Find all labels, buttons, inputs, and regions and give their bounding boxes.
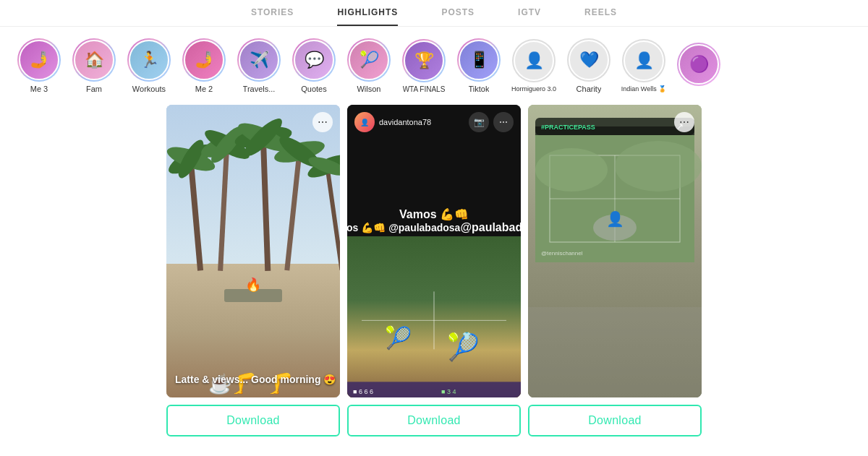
- svg-text:👤: 👤: [606, 210, 624, 228]
- highlight-workouts-label: Workouts: [132, 85, 166, 93]
- post3-menu-icon[interactable]: ⋯: [674, 112, 694, 132]
- svg-text:■ 6  6  6: ■ 6 6 6: [353, 389, 373, 396]
- post3-download-button[interactable]: Download: [528, 405, 702, 436]
- svg-text:🔥: 🔥: [245, 277, 262, 293]
- nav-tabs: STORIES HIGHLIGHTS POSTS IGTV REELS: [0, 0, 868, 27]
- highlight-indian-wells[interactable]: 👤 Indian Wells 🏅: [619, 39, 668, 93]
- highlight-charity[interactable]: 💙 Charity: [564, 38, 613, 93]
- highlight-wta-label: WTA FINALS: [403, 85, 446, 93]
- post2-username: davidantona78: [379, 118, 431, 126]
- highlight-charity-label: Charity: [576, 85, 602, 93]
- highlight-more[interactable]: 🟣: [674, 43, 723, 89]
- tab-highlights[interactable]: HIGHLIGHTS: [337, 7, 398, 26]
- highlight-me2-label: Me 2: [195, 85, 213, 93]
- post-image-1: 🔥 🦵 🦵 ☕ Latte & views... Good morning 😍 …: [166, 105, 340, 397]
- post2-download-button[interactable]: Download: [347, 405, 521, 436]
- highlight-fam[interactable]: 🏠 Fam: [69, 38, 119, 93]
- tab-posts[interactable]: POSTS: [441, 7, 475, 26]
- highlights-row: 🤳 Me 3 🏠 Fam 🏃 Workouts 🤳 Me 2 ✈️ Travel…: [0, 27, 868, 105]
- post2-text: Vamos 💪👊Vamos 💪👊 @paulabadosa@paulabados…: [347, 207, 521, 234]
- highlight-me3[interactable]: 🤳 Me 3: [14, 38, 64, 93]
- highlight-wta[interactable]: 🏆 WTA FINALS: [399, 39, 448, 93]
- highlight-travels-label: Travels...: [243, 85, 276, 93]
- highlight-me3-label: Me 3: [30, 85, 48, 93]
- highlight-quotes-label: Quotes: [301, 85, 326, 93]
- svg-text:👕: 👕: [462, 332, 472, 341]
- post-card-2: 📷 ⋯ 👤 davidantona78 Vamos 💪👊Vamos 💪👊 @pa…: [347, 105, 521, 436]
- highlight-hormiguero[interactable]: 👤 Hormiguero 3.0: [509, 39, 558, 93]
- svg-text:🎾: 🎾: [385, 326, 412, 352]
- post-image-2: 📷 ⋯ 👤 davidantona78 Vamos 💪👊Vamos 💪👊 @pa…: [347, 105, 521, 397]
- post-card-1: 🔥 🦵 🦵 ☕ Latte & views... Good morning 😍 …: [166, 105, 340, 436]
- content-area: 🔥 🦵 🦵 ☕ Latte & views... Good morning 😍 …: [0, 105, 868, 451]
- post1-caption: Latte & views... Good morning 😍: [175, 373, 336, 386]
- svg-rect-49: [528, 307, 702, 397]
- highlight-travels[interactable]: ✈️ Travels...: [234, 38, 284, 93]
- highlight-tiktok-label: Tiktok: [469, 85, 490, 93]
- tab-stories[interactable]: STORIES: [251, 7, 294, 26]
- highlight-wilson-label: Wilson: [357, 85, 380, 93]
- post1-menu-icon[interactable]: ⋯: [312, 112, 333, 132]
- highlight-hormiguero-label: Hormiguero 3.0: [511, 85, 556, 93]
- post-card-3: #PRACTICEPASS ↗ 👤 @tennischannel: [528, 105, 702, 436]
- video-icon[interactable]: 📷: [469, 112, 489, 132]
- svg-text:@tennischannel: @tennischannel: [541, 250, 583, 257]
- highlight-tiktok[interactable]: 📱 Tiktok: [454, 38, 503, 93]
- share-icon[interactable]: ⋯: [493, 112, 514, 132]
- post1-download-button[interactable]: Download: [166, 405, 340, 436]
- highlight-indian-wells-label: Indian Wells 🏅: [621, 85, 666, 93]
- svg-point-44: [535, 148, 608, 192]
- svg-text:#PRACTICEPASS: #PRACTICEPASS: [541, 124, 595, 131]
- post2-avatar: 👤: [354, 112, 375, 132]
- tab-igtv[interactable]: IGTV: [518, 7, 541, 26]
- highlight-wilson[interactable]: 🎾 Wilson: [344, 38, 393, 93]
- svg-point-45: [615, 141, 702, 192]
- highlight-quotes[interactable]: 💬 Quotes: [289, 38, 339, 93]
- highlight-me2[interactable]: 🤳 Me 2: [179, 38, 229, 93]
- svg-text:■ 3  4: ■ 3 4: [441, 389, 456, 396]
- svg-rect-31: [347, 382, 521, 397]
- highlight-workouts[interactable]: 🏃 Workouts: [124, 38, 174, 93]
- highlight-fam-label: Fam: [86, 85, 102, 93]
- post-image-3: #PRACTICEPASS ↗ 👤 @tennischannel: [528, 105, 702, 397]
- tab-reels[interactable]: REELS: [584, 7, 617, 26]
